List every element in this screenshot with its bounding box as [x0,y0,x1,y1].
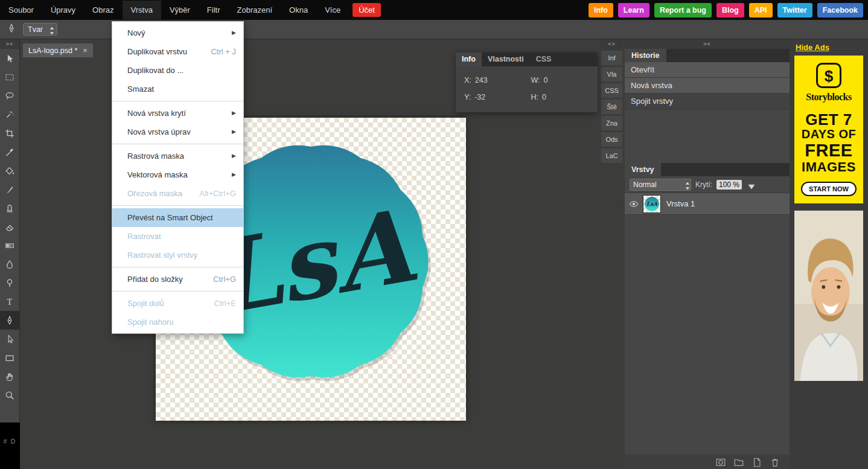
pen-tool[interactable] [0,311,19,330]
ad-brand: Storyblocks [794,92,863,103]
zoom-tool[interactable] [0,386,19,404]
layer-menu-item-19[interactable]: Spojit nahoru [112,313,243,331]
collapsed-panel-0[interactable]: Inf [601,51,622,65]
collapsed-panel-2[interactable]: CSS [601,83,622,98]
layer-menu-item-6[interactable]: Nová vrstva úprav▶ [112,123,243,141]
layer-menu-item-13[interactable]: Rastrovat [112,227,243,246]
layer-menu-item-12[interactable]: Převést na Smart Object [112,208,243,227]
opacity-label: Krytí: [695,180,712,189]
blur-tool[interactable] [0,255,19,273]
history-item-2[interactable]: Spojit vrstvy [625,94,790,109]
account-button[interactable]: Účet [353,3,381,17]
move-tool[interactable] [0,49,19,68]
close-icon[interactable]: × [83,46,88,55]
layer-menu-item-1[interactable]: Duplikovat vrstvuCtrl + J [112,42,243,61]
collapsed-panels-strip: <> InfVlaCSSŠtěZnaOdsLaC [601,39,622,469]
hand-tool[interactable] [0,367,19,386]
menu-item-shortcut: Alt+Ctrl+G [199,184,236,203]
strip-collapse[interactable]: <> [601,39,622,49]
brush-tool[interactable] [0,180,19,199]
shape-tool[interactable] [0,348,19,367]
menubar-item-0[interactable]: Soubor [0,1,42,19]
clone-stamp-tool[interactable] [0,199,19,217]
menubar-item-6[interactable]: Zobrazení [229,1,281,19]
menubar-item-8[interactable]: Více [316,1,349,19]
layer-menu-item-2[interactable]: Duplikovat do ... [112,61,243,80]
menubar-item-3[interactable]: Vrstva [123,1,161,19]
ad-lines: GET 7DAYS OFFREEIMAGES [794,111,863,174]
tool-mode-label: Tvar [28,25,43,34]
layer-menu-item-5[interactable]: Nová vrstva krytí▶ [112,104,243,123]
history-item-1[interactable]: Nová vrstva [625,78,790,94]
layer-menu-item-0[interactable]: Nový▶ [112,24,243,42]
current-tool-pen-icon [6,23,19,36]
menubar-item-7[interactable]: Okna [281,1,316,19]
trash-icon[interactable] [770,457,780,467]
collapsed-panel-4[interactable]: Zna [601,116,622,130]
collapsed-panel-6[interactable]: LaC [601,148,622,163]
dodge-tool[interactable] [0,273,19,292]
layer-menu-item-10[interactable]: Ořezová maskaAlt+Ctrl+G [112,184,243,203]
ad-cta-button[interactable]: START NOW [801,182,857,196]
history-item-0[interactable]: Otevřít [625,62,790,78]
mask-icon[interactable] [715,457,726,467]
storyblocks-ad[interactable]: $ Storyblocks GET 7DAYS OFFREEIMAGES STA… [794,56,863,203]
info-w: W:0 [531,76,598,85]
gradient-tool[interactable] [0,236,19,255]
opacity-input[interactable]: 100 % [716,180,742,190]
ad-photo[interactable] [794,208,863,383]
topbar-button-facebook[interactable]: Facebook [817,3,863,18]
tab-vrstvy[interactable]: Vrstvy [625,163,661,176]
topbar-button-learn[interactable]: Learn [618,3,649,18]
collapsed-panel-1[interactable]: Vla [601,67,622,81]
hide-ads-link[interactable]: Hide Ads [796,43,829,52]
eye-icon[interactable] [625,199,643,209]
crop-tool[interactable] [0,124,19,142]
layer-menu-item-8[interactable]: Rastrová maska▶ [112,147,243,165]
menubar-item-4[interactable]: Výběr [161,1,199,19]
bucket-tool[interactable] [0,161,19,180]
menu-item-label: Ořezová maska [127,189,182,198]
menubar-item-5[interactable]: Filtr [199,1,229,19]
menu-item-label: Duplikovat do ... [127,66,183,75]
history-tab-row: Historie [625,49,790,62]
layer-menu-item-16[interactable]: Přidat do složkyCtrl+G [112,270,243,289]
tool-mode-select[interactable]: Tvar [23,23,57,36]
tab-historie[interactable]: Historie [625,49,666,62]
path-select-tool[interactable] [0,330,19,348]
new-layer-icon[interactable] [752,457,762,467]
marquee-tool[interactable] [0,68,19,86]
menubar-item-2[interactable]: Obraz [84,1,122,19]
layer-row-0[interactable]: LsAVrstva 1 [625,193,790,215]
tab-vlastnosti[interactable]: Vlastnosti [482,53,530,66]
topbar-button-blog[interactable]: Blog [716,3,744,18]
layers-bottom-bar [625,455,790,469]
collapsed-panel-5[interactable]: Ods [601,132,622,147]
document-tab[interactable]: LsA-logo.psd * × [23,43,93,57]
menubar-item-1[interactable]: Úpravy [42,1,84,19]
topbar-button-twitter[interactable]: Twitter [777,3,812,18]
left-toolbar-collapse[interactable]: >< [0,39,19,49]
topbar-button-info[interactable]: Info [589,3,613,18]
tab-info[interactable]: Info [456,53,482,66]
menu-item-label: Duplikovat vrstvu [127,47,187,56]
tab-css[interactable]: CSS [530,53,558,66]
lasso-tool[interactable] [0,86,19,105]
layer-menu-item-18[interactable]: Spojit dolůCtrl+E [112,294,243,313]
color-swatch-area[interactable]: # D [0,423,20,469]
eraser-tool[interactable] [0,217,19,236]
right-panel-collapse[interactable]: >< [625,39,790,49]
opacity-dropdown-icon[interactable] [746,181,753,188]
eyedropper-tool[interactable] [0,142,19,161]
topbar-button-api[interactable]: API [749,3,773,18]
layer-menu-item-14[interactable]: Rastrovat styl vrstvy [112,246,243,264]
layer-menu-item-9[interactable]: Vektorová maska▶ [112,165,243,184]
collapsed-panel-3[interactable]: Ště [601,100,622,114]
magic-wand-tool[interactable] [0,105,19,124]
info-panel-tabs: Info Vlastnosti CSS [456,53,598,66]
text-tool[interactable]: T [0,292,19,311]
folder-icon[interactable] [733,457,744,467]
topbar-button-report-a-bug[interactable]: Report a bug [654,3,712,18]
layer-menu-item-3[interactable]: Smazat [112,80,243,98]
blend-mode-select[interactable]: Normal [630,179,691,191]
